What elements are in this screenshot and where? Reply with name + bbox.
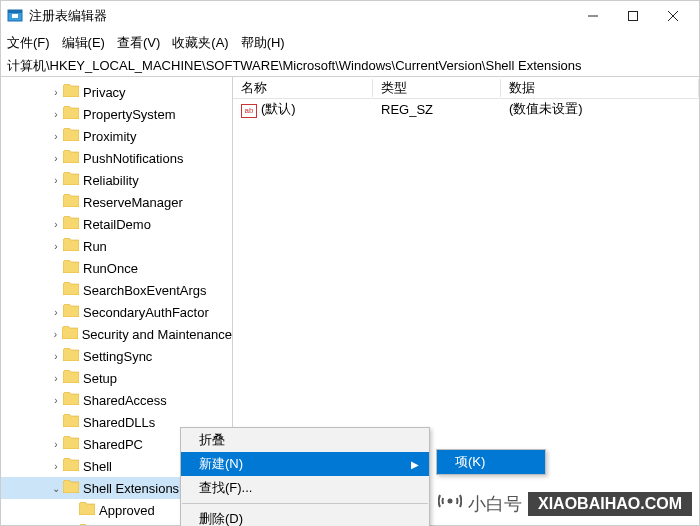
tree-item-reliability[interactable]: ›Reliability — [1, 169, 232, 191]
address-text: 计算机\HKEY_LOCAL_MACHINE\SOFTWARE\Microsof… — [7, 57, 582, 75]
tree-item-label: SearchBoxEventArgs — [83, 283, 207, 298]
expand-icon[interactable]: › — [49, 153, 63, 164]
expand-icon[interactable]: › — [49, 373, 63, 384]
tree-item-retaildemo[interactable]: ›RetailDemo — [1, 213, 232, 235]
tree-item-runonce[interactable]: RunOnce — [1, 257, 232, 279]
ctx-collapse[interactable]: 折叠 — [181, 428, 429, 452]
svg-rect-1 — [8, 10, 22, 13]
list-row[interactable]: ab(默认) REG_SZ (数值未设置) — [233, 99, 699, 119]
expand-icon[interactable]: › — [49, 395, 63, 406]
watermark-host: XIAOBAIHAO.COM — [528, 492, 692, 516]
cell-name: ab(默认) — [233, 100, 373, 118]
tree-item-label: Privacy — [83, 85, 126, 100]
expand-icon[interactable]: › — [49, 439, 63, 450]
ctx-delete[interactable]: 删除(D) — [181, 507, 429, 526]
tree-item-security-and-maintenance[interactable]: ›Security and Maintenance — [1, 323, 232, 345]
folder-icon — [63, 260, 83, 276]
expand-icon[interactable]: › — [49, 219, 63, 230]
col-name[interactable]: 名称 — [233, 79, 373, 97]
folder-icon — [63, 458, 83, 474]
wifi-icon — [438, 489, 462, 518]
menubar: 文件(F) 编辑(E) 查看(V) 收藏夹(A) 帮助(H) — [1, 31, 699, 55]
folder-icon — [63, 304, 83, 320]
folder-icon — [63, 194, 83, 210]
expand-icon[interactable]: › — [49, 351, 63, 362]
svg-rect-2 — [12, 14, 18, 18]
ctx-find[interactable]: 查找(F)... — [181, 476, 429, 500]
folder-icon — [63, 348, 83, 364]
menu-help[interactable]: 帮助(H) — [241, 34, 285, 52]
expand-icon[interactable]: › — [49, 461, 63, 472]
tree-item-label: Shell — [83, 459, 112, 474]
tree-item-label: ReserveManager — [83, 195, 183, 210]
menu-file[interactable]: 文件(F) — [7, 34, 50, 52]
tree-item-label: Setup — [83, 371, 117, 386]
maximize-button[interactable] — [613, 2, 653, 30]
tree-item-pushnotifications[interactable]: ›PushNotifications — [1, 147, 232, 169]
folder-icon — [63, 216, 83, 232]
svg-point-7 — [448, 499, 453, 504]
cell-type: REG_SZ — [373, 102, 501, 117]
folder-icon — [63, 370, 83, 386]
tree-item-label: PushNotifications — [83, 151, 183, 166]
expand-icon[interactable]: › — [49, 109, 63, 120]
folder-icon — [63, 414, 83, 430]
col-data[interactable]: 数据 — [501, 79, 699, 97]
string-value-icon: ab — [241, 104, 257, 118]
expand-icon[interactable]: › — [49, 131, 63, 142]
menu-edit[interactable]: 编辑(E) — [62, 34, 105, 52]
tree-item-label: Approved — [99, 503, 155, 518]
tree-item-label: Run — [83, 239, 107, 254]
tree-item-label: SharedPC — [83, 437, 143, 452]
folder-icon — [79, 524, 99, 525]
col-type[interactable]: 类型 — [373, 79, 501, 97]
tree-item-settingsync[interactable]: ›SettingSync — [1, 345, 232, 367]
address-bar[interactable]: 计算机\HKEY_LOCAL_MACHINE\SOFTWARE\Microsof… — [1, 55, 699, 77]
ctx-new[interactable]: 新建(N) ▶ — [181, 452, 429, 476]
close-button[interactable] — [653, 2, 693, 30]
menu-view[interactable]: 查看(V) — [117, 34, 160, 52]
tree-item-propertysystem[interactable]: ›PropertySystem — [1, 103, 232, 125]
tree-item-run[interactable]: ›Run — [1, 235, 232, 257]
folder-icon — [63, 392, 83, 408]
tree-item-searchboxeventargs[interactable]: SearchBoxEventArgs — [1, 279, 232, 301]
tree-item-label: SecondaryAuthFactor — [83, 305, 209, 320]
tree-item-label: SettingSync — [83, 349, 152, 364]
folder-icon — [63, 238, 83, 254]
window-title: 注册表编辑器 — [29, 7, 573, 25]
menu-fav[interactable]: 收藏夹(A) — [172, 34, 228, 52]
expand-icon[interactable]: › — [49, 87, 63, 98]
titlebar: 注册表编辑器 — [1, 1, 699, 31]
expand-icon[interactable]: › — [49, 241, 63, 252]
tree-item-privacy[interactable]: ›Privacy — [1, 81, 232, 103]
tree-item-label: RetailDemo — [83, 217, 151, 232]
tree-item-label: Proximity — [83, 129, 136, 144]
watermark: 小白号 XIAOBAIHAO.COM — [438, 489, 692, 518]
list-header: 名称 类型 数据 — [233, 77, 699, 99]
tree-item-reservemanager[interactable]: ReserveManager — [1, 191, 232, 213]
tree-item-label: SharedAccess — [83, 393, 167, 408]
ctx-sub-key[interactable]: 项(K) — [437, 450, 545, 474]
folder-icon — [63, 480, 83, 496]
tree-item-proximity[interactable]: ›Proximity — [1, 125, 232, 147]
folder-icon — [63, 282, 83, 298]
expand-icon[interactable]: ⌄ — [49, 483, 63, 494]
tree-item-setup[interactable]: ›Setup — [1, 367, 232, 389]
submenu-arrow-icon: ▶ — [411, 459, 419, 470]
expand-icon[interactable]: › — [49, 329, 62, 340]
folder-icon — [62, 326, 82, 342]
context-menu: 折叠 新建(N) ▶ 查找(F)... 删除(D) — [180, 427, 430, 526]
expand-icon[interactable]: › — [49, 307, 63, 318]
tree-item-label: Reliability — [83, 173, 139, 188]
ctx-separator — [182, 503, 428, 504]
tree-item-label: PropertySystem — [83, 107, 175, 122]
minimize-button[interactable] — [573, 2, 613, 30]
tree-item-secondaryauthfactor[interactable]: ›SecondaryAuthFactor — [1, 301, 232, 323]
app-icon — [7, 7, 23, 26]
folder-icon — [63, 106, 83, 122]
tree-item-label: Blocked — [99, 525, 145, 526]
expand-icon[interactable]: › — [49, 175, 63, 186]
svg-rect-4 — [629, 12, 638, 21]
tree-item-sharedaccess[interactable]: ›SharedAccess — [1, 389, 232, 411]
cell-data: (数值未设置) — [501, 100, 699, 118]
